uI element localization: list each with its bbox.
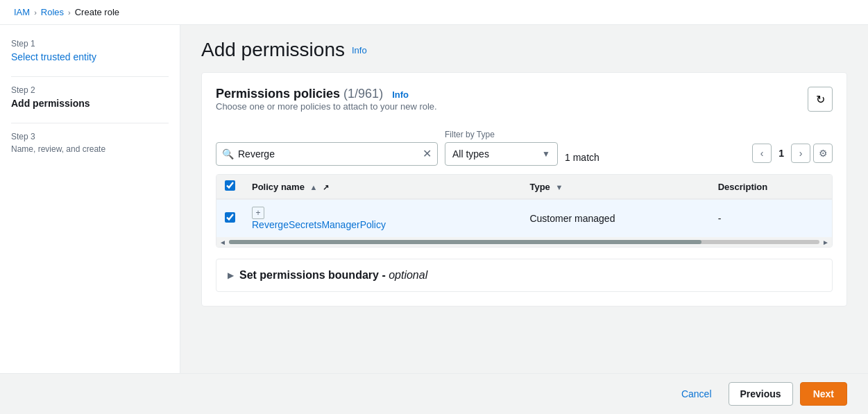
horizontal-scrollbar[interactable]: ◄ ► — [216, 237, 832, 247]
table-settings-button[interactable]: ⚙ — [813, 144, 833, 163]
permissions-panel: Permissions policies (1/961) Info Choose… — [201, 72, 847, 307]
main-content: Add permissions Info Permissions policie… — [180, 25, 868, 373]
boundary-optional-text: optional — [389, 269, 427, 281]
triangle-right-icon: ▶ — [228, 270, 234, 280]
match-count: 1 — [565, 152, 570, 163]
scroll-track — [229, 240, 819, 244]
th-type: Type ▼ — [521, 175, 709, 199]
dropdown-arrow-icon: ▼ — [542, 149, 550, 159]
table-header-row: Policy name ▲ ↗ Type ▼ Description — [216, 175, 832, 199]
sidebar: Step 1 Select trusted entity Step 2 Add … — [0, 25, 180, 373]
search-box: 🔍 ✕ — [216, 142, 438, 166]
sidebar-step3: Step 3 Name, review, and create — [11, 132, 169, 154]
sidebar-step1-label: Step 1 — [11, 39, 169, 49]
sort-desc-icon: ▼ — [555, 183, 563, 191]
sidebar-step1-link[interactable]: Select trusted entity — [11, 51, 96, 62]
external-link-icon: ↗ — [323, 183, 329, 191]
breadcrumb-roles[interactable]: Roles — [41, 7, 64, 17]
gear-icon: ⚙ — [819, 148, 828, 159]
current-page: 1 — [774, 148, 788, 159]
chevron-right-icon: › — [799, 148, 803, 159]
th-checkbox — [216, 175, 244, 199]
sidebar-step1: Step 1 Select trusted entity — [11, 39, 169, 62]
policy-name-header-label: Policy name — [252, 182, 305, 192]
row-expand-icon[interactable]: + — [252, 207, 264, 219]
select-all-checkbox[interactable] — [225, 180, 235, 191]
match-count-wrapper: 1 match — [565, 152, 599, 166]
panel-count: (1/961) — [343, 87, 383, 101]
panel-subtitle: Choose one or more policies to attach to… — [216, 101, 437, 112]
previous-button[interactable]: Previous — [729, 382, 793, 406]
search-wrapper: 🔍 ✕ — [216, 128, 438, 166]
row-type-cell: Customer managed — [521, 199, 709, 237]
policy-table: Policy name ▲ ↗ Type ▼ Description — [216, 174, 833, 248]
breadcrumb-iam[interactable]: IAM — [14, 7, 30, 17]
page-prev-button[interactable]: ‹ — [752, 144, 772, 163]
sort-asc-icon: ▲ — [310, 183, 318, 191]
search-input[interactable] — [238, 148, 423, 159]
panel-title: Permissions policies (1/961) Info — [216, 87, 409, 101]
scroll-left-icon[interactable]: ◄ — [219, 239, 226, 246]
sidebar-step2-title: Add permissions — [11, 98, 169, 109]
table-row: + RevergeSecretsManagerPolicy Customer m… — [216, 199, 832, 237]
page-title: Add permissions Info — [201, 39, 847, 61]
sidebar-step2-label: Step 2 — [11, 85, 169, 95]
page-next-button[interactable]: › — [791, 144, 810, 163]
next-button[interactable]: Next — [800, 382, 847, 406]
row-policy-name-cell: + RevergeSecretsManagerPolicy — [244, 199, 521, 237]
row-checkbox-cell — [216, 199, 244, 237]
footer: Cancel Previous Next — [0, 373, 868, 414]
mini-pagination: ‹ 1 › ⚙ — [752, 144, 833, 166]
sidebar-step3-title: Name, review, and create — [11, 144, 169, 154]
chevron-left-icon: ‹ — [760, 148, 764, 159]
type-header-label: Type — [529, 182, 550, 192]
th-policy-name[interactable]: Policy name ▲ ↗ — [244, 175, 521, 199]
th-description: Description — [710, 175, 832, 199]
match-label: match — [573, 152, 599, 163]
row-checkbox[interactable] — [225, 212, 235, 223]
scroll-right-icon[interactable]: ► — [822, 239, 829, 246]
boundary-title: Set permissions boundary - optional — [239, 269, 427, 282]
breadcrumb-sep-1: › — [34, 8, 37, 17]
type-filter-wrapper: Filter by Type All types AWS managed Cus… — [445, 130, 558, 166]
sidebar-divider-2 — [11, 123, 169, 123]
permissions-boundary-section[interactable]: ▶ Set permissions boundary - optional — [216, 259, 833, 292]
refresh-button[interactable]: ↻ — [808, 87, 833, 112]
breadcrumb-current: Create role — [75, 7, 119, 17]
page-info-link[interactable]: Info — [352, 45, 367, 55]
type-select-wrapper: All types AWS managed Customer managed J… — [445, 142, 558, 166]
sidebar-step3-label: Step 3 — [11, 132, 169, 141]
filter-by-type-label: Filter by Type — [445, 130, 558, 139]
panel-header: Permissions policies (1/961) Info Choose… — [216, 87, 833, 123]
type-select[interactable]: All types AWS managed Customer managed J… — [452, 148, 538, 159]
boundary-title-text: Set permissions boundary - — [239, 269, 386, 281]
cancel-button[interactable]: Cancel — [672, 383, 722, 405]
row-description-cell: - — [710, 199, 832, 237]
sidebar-divider-1 — [11, 76, 169, 77]
panel-info-link[interactable]: Info — [392, 89, 409, 100]
scroll-thumb — [229, 240, 701, 244]
sidebar-step2: Step 2 Add permissions — [11, 85, 169, 109]
refresh-icon: ↻ — [816, 93, 825, 106]
breadcrumb: IAM › Roles › Create role — [0, 0, 868, 25]
policy-name-link[interactable]: RevergeSecretsManagerPolicy — [252, 219, 513, 230]
clear-search-icon[interactable]: ✕ — [423, 148, 432, 159]
breadcrumb-sep-2: › — [68, 8, 71, 17]
panel-title-wrapper: Permissions policies (1/961) Info Choose… — [216, 87, 437, 123]
filter-section: 🔍 ✕ Filter by Type All types — [216, 128, 833, 166]
search-icon: 🔍 — [222, 148, 234, 159]
